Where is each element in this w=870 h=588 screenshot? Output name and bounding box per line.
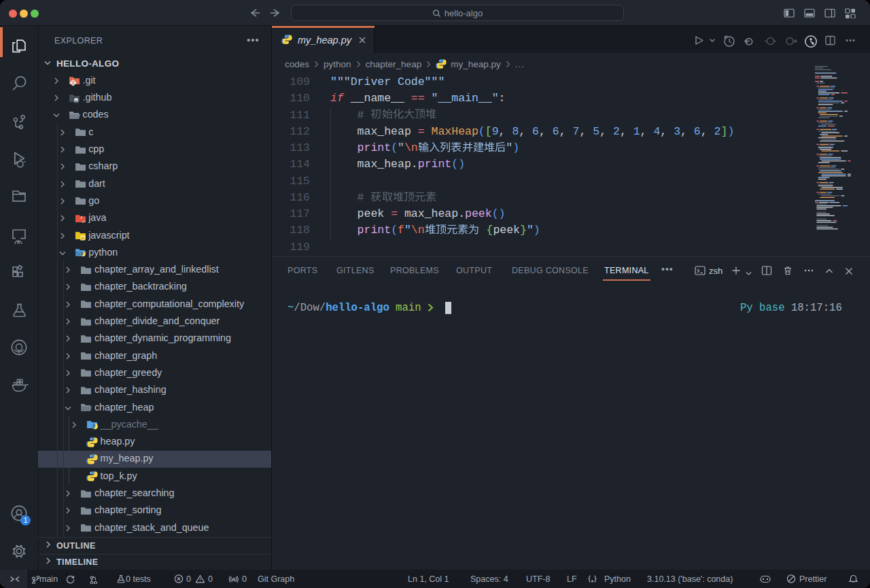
svg-text:js: js (80, 236, 85, 240)
